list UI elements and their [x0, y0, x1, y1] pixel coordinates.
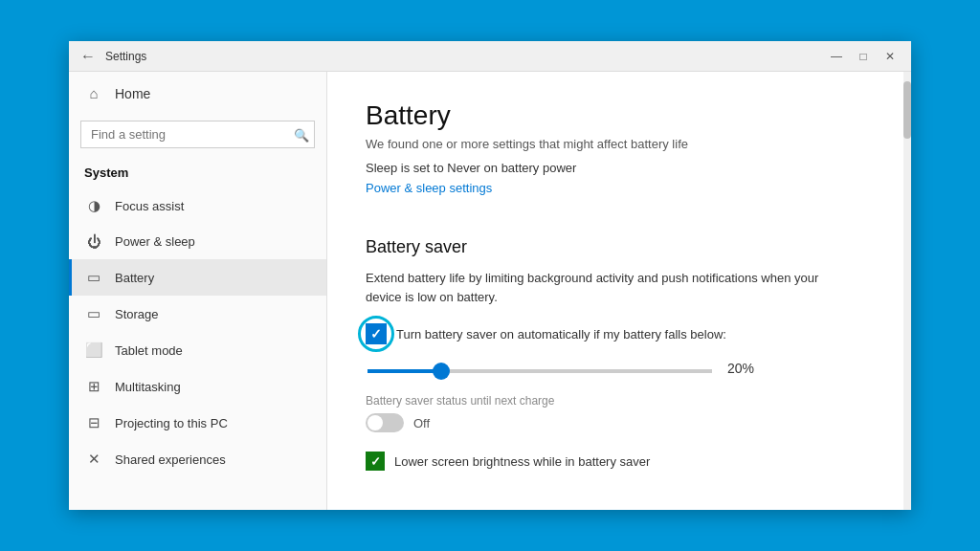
auto-checkbox-label: Turn battery saver on automatically if m… — [396, 327, 726, 342]
toggle-row: Battery saver status until next charge O… — [366, 394, 873, 432]
content-area: ⌂ Home 🔍 System ◑ Focus assist ⏻ Power &… — [69, 72, 911, 510]
battery-saver-toggle[interactable] — [366, 413, 404, 432]
shared-experiences-label: Shared experiences — [115, 452, 226, 467]
battery-saver-desc: Extend battery life by limiting backgrou… — [366, 269, 844, 306]
window-title: Settings — [105, 50, 146, 63]
home-label: Home — [115, 86, 150, 101]
sidebar-item-home[interactable]: ⌂ Home — [69, 72, 326, 115]
scrollbar-thumb[interactable] — [903, 81, 911, 139]
scrollbar-track — [903, 72, 911, 510]
projecting-label: Projecting to this PC — [115, 416, 228, 430]
warning-text: We found one or more settings that might… — [366, 137, 873, 151]
slider-value: 20% — [727, 361, 766, 376]
page-title: Battery — [366, 100, 873, 131]
power-sleep-link[interactable]: Power & sleep settings — [366, 181, 492, 195]
shared-experiences-icon: ✕ — [84, 451, 103, 468]
sidebar: ⌂ Home 🔍 System ◑ Focus assist ⏻ Power &… — [69, 72, 327, 510]
battery-label: Battery — [115, 271, 154, 285]
sidebar-item-projecting[interactable]: ⊟ Projecting to this PC — [69, 405, 326, 441]
minimize-button[interactable]: — — [827, 47, 846, 66]
multitasking-label: Multitasking — [115, 380, 181, 394]
system-section-label: System — [69, 160, 326, 187]
battery-saver-title: Battery saver — [366, 237, 873, 257]
title-bar-left: ← Settings — [80, 48, 146, 65]
sidebar-item-power-sleep[interactable]: ⏻ Power & sleep — [69, 224, 326, 259]
focus-assist-label: Focus assist — [115, 199, 184, 213]
home-icon: ⌂ — [84, 85, 103, 101]
battery-icon: ▭ — [84, 269, 103, 286]
sidebar-item-multitasking[interactable]: ⊞ Multitasking — [69, 368, 326, 405]
title-bar: ← Settings — □ ✕ — [69, 41, 911, 72]
battery-slider-container — [368, 360, 712, 377]
search-button[interactable]: 🔍 — [294, 127, 309, 142]
sidebar-item-focus-assist[interactable]: ◑ Focus assist — [69, 187, 326, 224]
settings-window: ← Settings — □ ✕ ⌂ Home 🔍 System ◑ Focus… — [69, 41, 911, 510]
tablet-mode-label: Tablet mode — [115, 343, 183, 358]
multitasking-icon: ⊞ — [84, 378, 103, 395]
back-button[interactable]: ← — [80, 48, 96, 65]
sleep-text: Sleep is set to Never on battery power — [366, 161, 873, 175]
focus-assist-icon: ◑ — [84, 197, 103, 214]
toggle-off-label: Off — [413, 416, 430, 430]
brightness-checkbox-visual — [366, 452, 385, 471]
sidebar-search: 🔍 — [80, 121, 315, 148]
toggle-label-text: Battery saver status until next charge — [366, 394, 873, 408]
power-sleep-icon: ⏻ — [84, 233, 103, 250]
toggle-container: Off — [366, 413, 873, 432]
title-bar-controls: — □ ✕ — [827, 47, 900, 66]
brightness-checkbox-label: Lower screen brightness while in battery… — [394, 454, 650, 469]
sidebar-item-tablet-mode[interactable]: ⬜ Tablet mode — [69, 332, 326, 368]
sidebar-item-storage[interactable]: ▭ Storage — [69, 296, 326, 332]
battery-slider-row: 20% — [366, 360, 873, 377]
storage-label: Storage — [115, 307, 159, 321]
power-sleep-label: Power & sleep — [115, 234, 195, 249]
auto-checkbox-wrapper — [366, 323, 387, 344]
battery-saver-section: Battery saver Extend battery life by lim… — [366, 237, 873, 471]
maximize-button[interactable]: □ — [854, 47, 873, 66]
storage-icon: ▭ — [84, 305, 103, 322]
sidebar-item-shared-experiences[interactable]: ✕ Shared experiences — [69, 441, 326, 477]
projecting-icon: ⊟ — [84, 414, 103, 431]
tablet-mode-icon: ⬜ — [84, 342, 103, 359]
auto-checkbox-row: Turn battery saver on automatically if m… — [366, 323, 873, 344]
close-button[interactable]: ✕ — [880, 47, 900, 66]
sidebar-item-battery[interactable]: ▭ Battery — [69, 259, 326, 296]
brightness-checkbox-row: Lower screen brightness while in battery… — [366, 452, 873, 471]
main-content: Battery We found one or more settings th… — [327, 72, 911, 510]
search-input[interactable] — [80, 121, 315, 148]
battery-slider[interactable] — [368, 369, 712, 373]
